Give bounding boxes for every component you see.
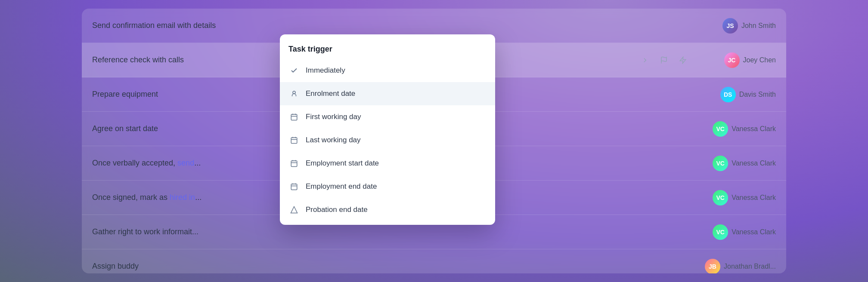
assignee[interactable]: DSDavis Smith bbox=[690, 87, 776, 102]
dropdown-item-label: Last working day bbox=[306, 136, 361, 144]
task-row[interactable]: Assign buddyJBJonathan Bradl... bbox=[82, 249, 786, 273]
assignee-name: Vanessa Clark bbox=[732, 159, 776, 167]
assignee[interactable]: VCVanessa Clark bbox=[690, 190, 776, 205]
avatar: VC bbox=[713, 190, 728, 205]
dropdown-item-first-working-day[interactable]: First working day bbox=[280, 105, 495, 129]
assignee[interactable]: VCVanessa Clark bbox=[690, 121, 776, 137]
task-name: Send confirmation email with details bbox=[92, 21, 690, 30]
dropdown-item-last-working-day[interactable]: Last working day bbox=[280, 129, 495, 152]
task-name: Assign buddy bbox=[92, 262, 690, 271]
dropdown-item-label: Probation end date bbox=[306, 205, 368, 214]
avatar: JC bbox=[724, 52, 740, 68]
triangle-icon bbox=[288, 204, 300, 215]
avatar: JB bbox=[705, 259, 720, 274]
avatar: VC bbox=[713, 156, 728, 171]
dropdown-item-immediately[interactable]: Immediately bbox=[280, 59, 495, 82]
person-icon bbox=[288, 88, 300, 99]
avatar: VC bbox=[713, 121, 728, 137]
avatar: DS bbox=[720, 87, 736, 102]
dropdown-item-label: Employment start date bbox=[306, 159, 379, 168]
expand-icon[interactable] bbox=[638, 53, 652, 67]
lightning-icon[interactable] bbox=[676, 53, 690, 67]
dropdown-title: Task trigger bbox=[280, 38, 495, 59]
assignee-name: Vanessa Clark bbox=[732, 228, 776, 236]
task-name: Gather right to work informait... bbox=[92, 227, 690, 236]
task-trigger-dropdown[interactable]: Task trigger ImmediatelyEnrolment dateFi… bbox=[280, 34, 495, 225]
dropdown-item-label: Enrolment date bbox=[306, 89, 355, 98]
main-card: Send confirmation email with detailsJSJo… bbox=[82, 9, 786, 273]
assignee-name: Jonathan Bradl... bbox=[724, 263, 776, 270]
assignee[interactable]: JSJohn Smith bbox=[690, 18, 776, 34]
svg-rect-3 bbox=[291, 114, 297, 120]
assignee-name: Vanessa Clark bbox=[732, 125, 776, 133]
svg-rect-11 bbox=[291, 161, 297, 167]
svg-marker-1 bbox=[680, 57, 686, 63]
calendar-icon bbox=[288, 158, 300, 169]
assignee[interactable]: VCVanessa Clark bbox=[690, 156, 776, 171]
svg-rect-7 bbox=[291, 138, 297, 144]
dropdown-item-enrolment-date[interactable]: Enrolment date bbox=[280, 82, 495, 105]
check-icon bbox=[288, 65, 300, 76]
task-actions bbox=[638, 53, 690, 67]
flag-icon[interactable] bbox=[657, 53, 671, 67]
assignee-name: Davis Smith bbox=[739, 91, 776, 98]
assignee[interactable]: JBJonathan Bradl... bbox=[690, 259, 776, 274]
dropdown-item-label: Employment end date bbox=[306, 182, 377, 191]
calendar-icon bbox=[288, 181, 300, 192]
dropdown-item-employment-start-date[interactable]: Employment start date bbox=[280, 152, 495, 175]
assignee-name: John Smith bbox=[741, 22, 776, 30]
dropdown-item-employment-end-date[interactable]: Employment end date bbox=[280, 175, 495, 198]
assignee-name: Vanessa Clark bbox=[732, 194, 776, 202]
svg-marker-19 bbox=[291, 207, 298, 213]
dropdown-item-label: Immediately bbox=[306, 66, 345, 75]
assignee[interactable]: JCJoey Chen bbox=[690, 52, 776, 68]
avatar: JS bbox=[722, 18, 738, 34]
calendar-icon bbox=[288, 135, 300, 146]
svg-point-2 bbox=[293, 91, 295, 94]
svg-rect-15 bbox=[291, 184, 297, 190]
dropdown-item-probation-end-date[interactable]: Probation end date bbox=[280, 198, 495, 221]
assignee-name: Joey Chen bbox=[743, 56, 776, 64]
avatar: VC bbox=[713, 224, 728, 240]
assignee[interactable]: VCVanessa Clark bbox=[690, 224, 776, 240]
dropdown-item-label: First working day bbox=[306, 113, 361, 121]
calendar-icon bbox=[288, 111, 300, 123]
